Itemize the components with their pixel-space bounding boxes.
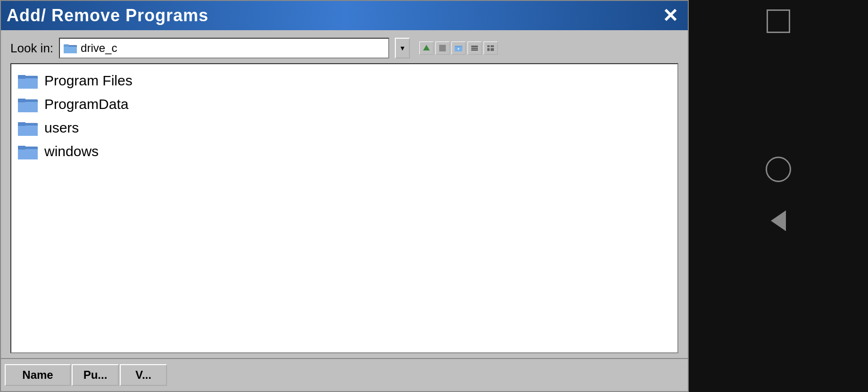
list-view-icon xyxy=(470,44,479,52)
svg-rect-22 xyxy=(18,102,38,112)
toolbar: Look in: drive_c ▼ xyxy=(1,30,688,63)
column-header-publisher[interactable]: Pu... xyxy=(72,364,119,386)
folder-icon-users xyxy=(18,120,38,136)
file-item-windows[interactable]: windows xyxy=(16,140,673,163)
svg-rect-19 xyxy=(18,78,38,89)
svg-rect-23 xyxy=(18,99,25,102)
circle-icon xyxy=(766,157,791,182)
svg-rect-29 xyxy=(18,146,25,150)
file-list-area: Program Files ProgramData users xyxy=(10,63,678,353)
svg-rect-3 xyxy=(64,44,69,47)
nav-up-button[interactable] xyxy=(419,42,434,55)
file-item-programdata[interactable]: ProgramData xyxy=(16,92,673,116)
toolbar-icons: + xyxy=(419,42,498,55)
android-controls xyxy=(766,157,791,231)
svg-rect-14 xyxy=(487,48,490,50)
svg-rect-20 xyxy=(18,75,25,79)
svg-rect-2 xyxy=(64,47,77,53)
folder-icon-program-files xyxy=(18,73,38,89)
svg-rect-25 xyxy=(18,125,38,136)
right-panel xyxy=(689,0,868,392)
close-button[interactable]: ✕ xyxy=(659,4,682,27)
column-header-name[interactable]: Name xyxy=(5,364,71,386)
dropdown-arrow-button[interactable]: ▼ xyxy=(395,38,410,58)
folder-icon-dropdown xyxy=(64,43,77,53)
nav-back-icon xyxy=(438,44,447,52)
svg-text:+: + xyxy=(457,47,459,51)
folder-icon-programdata xyxy=(18,96,38,112)
svg-rect-28 xyxy=(18,149,38,159)
details-view-button[interactable] xyxy=(484,42,498,55)
android-circle-button[interactable] xyxy=(766,157,791,182)
nav-up-icon xyxy=(422,44,431,52)
svg-rect-26 xyxy=(18,122,25,126)
look-in-dropdown[interactable]: drive_c xyxy=(59,38,389,58)
android-square-button[interactable] xyxy=(767,9,790,33)
look-in-value: drive_c xyxy=(81,42,384,55)
svg-marker-4 xyxy=(423,45,430,50)
look-in-label: Look in: xyxy=(10,41,53,56)
svg-rect-5 xyxy=(439,45,446,51)
file-item-users[interactable]: users xyxy=(16,116,673,140)
back-triangle-icon xyxy=(771,210,786,231)
folder-name-users: users xyxy=(44,120,79,136)
dropdown-arrow-icon: ▼ xyxy=(399,44,406,52)
dialog-window: Add/ Remove Programs ✕ Look in: drive_c … xyxy=(0,0,689,392)
folder-name-windows: windows xyxy=(44,143,99,159)
svg-rect-17 xyxy=(491,50,494,51)
list-view-button[interactable] xyxy=(467,42,482,55)
column-header-version[interactable]: V... xyxy=(120,364,167,386)
svg-rect-12 xyxy=(487,45,490,47)
details-view-icon xyxy=(486,44,495,52)
folder-icon-windows xyxy=(18,143,38,159)
new-folder-button[interactable]: + xyxy=(451,42,466,55)
folder-name-program-files: Program Files xyxy=(44,73,133,89)
new-folder-icon: + xyxy=(454,44,463,52)
title-bar: Add/ Remove Programs ✕ xyxy=(1,1,688,30)
android-back-button[interactable] xyxy=(771,210,786,231)
nav-back-button[interactable] xyxy=(435,42,450,55)
square-icon xyxy=(767,9,790,33)
svg-rect-15 xyxy=(491,48,494,50)
svg-rect-13 xyxy=(491,45,494,47)
svg-rect-16 xyxy=(487,50,490,51)
bottom-bar: Name Pu... V... xyxy=(1,358,688,391)
dialog-title: Add/ Remove Programs xyxy=(7,6,209,25)
folder-name-programdata: ProgramData xyxy=(44,96,128,112)
file-item-program-files[interactable]: Program Files xyxy=(16,69,673,92)
